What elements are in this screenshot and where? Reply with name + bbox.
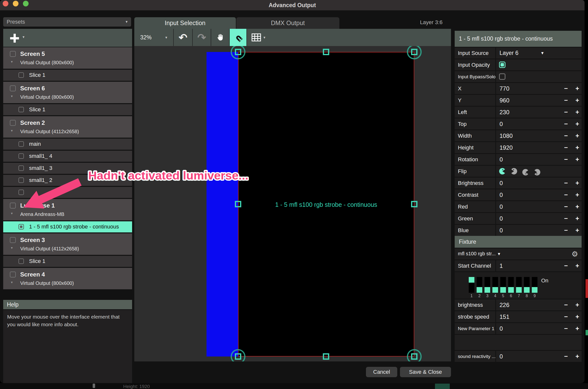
collapse-chevron-icon[interactable]: ▼ <box>10 60 13 64</box>
parameter-value-cell[interactable]: 0−+ <box>496 323 582 334</box>
gear-icon[interactable]: ⚙ <box>572 250 578 258</box>
parameter-value-cell[interactable]: 230−+ <box>496 107 582 118</box>
output-group-row[interactable]: Screen 6▼Virtual Output (800x600) <box>3 82 132 103</box>
edge-handle[interactable] <box>323 353 329 360</box>
slice-row[interactable]: small1_ 3 <box>3 163 132 174</box>
group-checkbox[interactable] <box>10 272 16 277</box>
parameter-value[interactable]: 770 <box>500 85 509 92</box>
slice-row[interactable]: Slice 1 <box>3 256 132 267</box>
parameter-value-cell[interactable] <box>496 59 582 70</box>
parameter-value[interactable]: 0 <box>500 180 503 187</box>
slice-checkbox[interactable] <box>18 178 24 183</box>
decrement-button[interactable]: − <box>564 85 568 92</box>
slice-checkbox[interactable] <box>18 165 24 171</box>
parameter-value-cell[interactable]: 1920−+ <box>496 142 582 153</box>
parameter-value-cell[interactable]: 960−+ <box>496 95 582 106</box>
corner-handle[interactable] <box>235 353 241 360</box>
slice-row[interactable]: small1_ 4 <box>3 151 132 162</box>
grid-options-button[interactable]: ▼ <box>246 29 271 46</box>
parameter-value[interactable]: 0 <box>500 203 503 210</box>
edge-handle[interactable] <box>323 49 329 55</box>
slice-row[interactable] <box>3 187 132 198</box>
cancel-button[interactable]: Cancel <box>366 367 397 377</box>
slice-row[interactable]: main <box>3 139 132 150</box>
parameter-value-cell[interactable]: 770−+ <box>496 83 582 94</box>
parameter-value[interactable]: 1 <box>500 262 503 269</box>
parameter-value-cell[interactable]: 0−+ <box>496 189 582 200</box>
collapse-chevron-icon[interactable]: ▼ <box>10 129 13 132</box>
decrement-button[interactable]: − <box>564 203 568 211</box>
slice-checkbox[interactable] <box>18 190 24 195</box>
collapse-chevron-icon[interactable]: ▼ <box>10 281 13 284</box>
checkbox-unchecked[interactable] <box>499 73 506 80</box>
parameter-value-cell[interactable]: 1−+ <box>496 260 582 271</box>
fixture-type-dropdown[interactable]: mfl s100 rgb str... ▼ ⚙ <box>455 248 582 259</box>
decrement-button[interactable]: − <box>564 108 568 116</box>
decrement-button[interactable]: − <box>564 262 568 270</box>
parameter-value[interactable]: 0 <box>500 121 503 128</box>
increment-button[interactable]: + <box>575 132 579 140</box>
decrement-button[interactable]: − <box>564 179 568 187</box>
decrement-button[interactable]: − <box>564 156 568 163</box>
output-group-row[interactable]: Screen 2▼Virtual Output (4112x2658) <box>3 116 132 138</box>
decrement-button[interactable]: − <box>564 97 568 104</box>
parameter-value-cell[interactable]: 0−+ <box>496 225 582 236</box>
output-group-row[interactable]: Screen 4▼Virtual Output (800x600) <box>3 268 132 289</box>
output-group-row[interactable]: Screen 3▼Virtual Output (4112x2658) <box>3 233 132 255</box>
parameter-value-cell[interactable]: 0−+ <box>496 213 582 224</box>
increment-button[interactable]: + <box>575 301 579 309</box>
parameter-value[interactable]: 1920 <box>500 144 513 151</box>
flip-icon[interactable] <box>499 168 506 176</box>
parameter-value[interactable]: 1080 <box>500 132 513 139</box>
increment-button[interactable]: + <box>575 191 579 199</box>
parameter-value[interactable]: 0 <box>500 192 503 198</box>
parameter-value[interactable]: 0 <box>500 215 503 222</box>
corner-handle[interactable] <box>411 49 417 55</box>
increment-button[interactable]: + <box>575 156 579 163</box>
group-checkbox[interactable] <box>10 203 16 209</box>
parameter-value-cell[interactable] <box>496 166 582 177</box>
pan-tool-button[interactable] <box>211 29 229 46</box>
add-options-chevron-icon[interactable]: ▼ <box>22 35 25 39</box>
increment-button[interactable]: + <box>575 313 579 321</box>
slice-checkbox[interactable] <box>18 107 24 112</box>
parameter-value[interactable]: 226 <box>500 302 509 308</box>
save-and-close-button[interactable]: Save & Close <box>400 367 451 377</box>
increment-button[interactable]: + <box>575 108 579 116</box>
parameter-value-cell[interactable]: 0−+ <box>496 201 582 212</box>
parameter-value-cell[interactable] <box>496 71 582 82</box>
increment-button[interactable]: + <box>575 144 579 151</box>
flip-icon[interactable] <box>511 168 517 176</box>
increment-button[interactable]: + <box>575 227 579 234</box>
increment-button[interactable]: + <box>575 97 579 104</box>
flip-icon[interactable] <box>522 168 529 176</box>
decrement-button[interactable]: − <box>564 191 568 199</box>
decrement-button[interactable]: − <box>564 144 568 151</box>
parameter-value-cell[interactable]: 226−+ <box>496 299 582 310</box>
checkbox-checked[interactable] <box>499 62 506 68</box>
group-checkbox[interactable] <box>10 85 16 91</box>
slice-row[interactable]: small1_ 2 <box>3 175 132 186</box>
decrement-button[interactable]: − <box>564 325 568 332</box>
parameter-value-cell[interactable]: 151−+ <box>496 311 582 322</box>
parameter-value-cell[interactable]: 0−+ <box>496 178 582 189</box>
slice-row[interactable]: Slice 1 <box>3 70 132 81</box>
flip-icon[interactable] <box>534 168 540 176</box>
parameter-value[interactable]: 230 <box>500 109 509 116</box>
parameter-value-cell[interactable]: 0−+ <box>496 154 582 165</box>
increment-button[interactable]: + <box>575 215 579 222</box>
zoom-level-dropdown[interactable]: 32% ▼ <box>134 29 173 46</box>
parameter-value[interactable]: 151 <box>500 313 509 320</box>
slice-checkbox[interactable] <box>18 153 24 159</box>
parameter-value[interactable]: 0 <box>500 325 503 332</box>
increment-button[interactable]: + <box>575 179 579 187</box>
slice-row[interactable]: Slice 1 <box>3 104 132 115</box>
slice-checkbox[interactable] <box>18 224 24 229</box>
slice-checkbox[interactable] <box>18 141 24 147</box>
output-group-row[interactable]: Screen 5▼Virtual Output (800x600) <box>3 47 132 69</box>
undo-button[interactable]: ↶ <box>173 29 192 46</box>
parameter-value[interactable]: 0 <box>500 353 503 360</box>
tab-dmx-output[interactable]: DMX Output <box>236 17 339 29</box>
titlebar[interactable]: Advanced Output <box>0 0 585 10</box>
increment-button[interactable]: + <box>575 353 579 360</box>
